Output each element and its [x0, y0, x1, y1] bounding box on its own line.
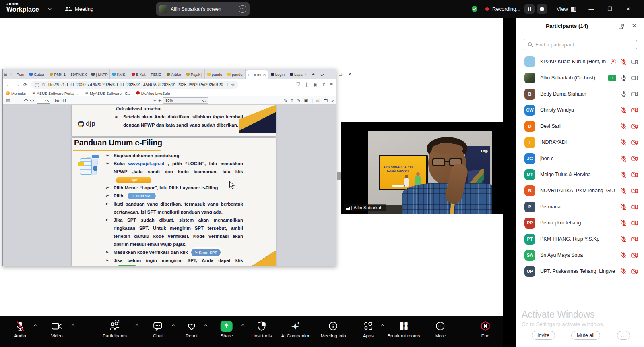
react-options-chevron[interactable]	[204, 324, 208, 328]
browser-tab[interactable]: | LKPP	[89, 69, 110, 79]
participant-row[interactable]: B Betty Duma Siahaan	[516, 86, 644, 102]
browser-tab[interactable]: KMS:	[110, 69, 129, 79]
bookmark-item[interactable]: ⊕MyASUS Software - G..	[85, 91, 130, 96]
mic-muted-icon[interactable]	[620, 268, 627, 275]
save-icon[interactable]: 🗔	[324, 98, 328, 103]
browser-tab[interactable]: Login	[268, 69, 287, 79]
pdf-viewport[interactable]: djp link aktivasi tersebut. ➢Setelah aku…	[3, 105, 336, 266]
forward-icon[interactable]: →	[15, 82, 20, 87]
pop-out-icon[interactable]	[618, 23, 625, 30]
mic-icon[interactable]	[620, 91, 627, 98]
camera-off-icon[interactable]	[631, 171, 638, 178]
camera-off-icon[interactable]	[631, 123, 638, 130]
mic-muted-icon[interactable]	[620, 187, 627, 194]
host-tools-button[interactable]: Host tools	[251, 320, 272, 338]
participant-row[interactable]: P Permana	[516, 199, 644, 215]
browser-tab[interactable]: Laya	[287, 69, 305, 79]
meeting-info-button[interactable]: Meeting info	[321, 320, 346, 338]
participant-row[interactable]: SA Sri Ayu Maya Sopa	[516, 247, 644, 263]
share-options-chevron[interactable]	[241, 324, 245, 328]
ai-companion-button[interactable]: AI Companion	[281, 320, 311, 338]
browser-restore-button[interactable]: ❐	[339, 72, 343, 77]
participant-row[interactable]: I INDRAYADI	[516, 134, 644, 150]
camera-off-icon[interactable]	[631, 155, 638, 162]
next-page-icon[interactable]	[30, 98, 34, 102]
mic-muted-icon[interactable]	[620, 58, 627, 65]
browser-tab[interactable]: Pajak |	[184, 69, 205, 79]
video-tile-alfin[interactable]: AKU SUDAH LAPORKAMU KAPAN? djp Alfin Sub…	[341, 122, 503, 214]
close-tab-icon[interactable]: ✕	[263, 73, 266, 77]
browser-close-button[interactable]: ✕	[348, 72, 351, 77]
zoom-in-icon[interactable]: +	[158, 98, 161, 103]
bookmark-item[interactable]: McAfee LiveSafe	[136, 91, 170, 96]
participant-row[interactable]: Alfin Subarkah (Co-host) ↑	[516, 70, 644, 86]
camera-off-icon[interactable]	[631, 252, 638, 259]
tab-groups-icon[interactable]: ⊟	[3, 72, 8, 77]
camera-off-icon[interactable]	[631, 187, 638, 194]
participant-row[interactable]: PT PKM THANG, Riup Y.S.Kp	[516, 231, 644, 247]
ellipsis-icon[interactable]: ⋯	[239, 5, 246, 13]
participant-search[interactable]	[524, 39, 637, 50]
participant-row[interactable]: D Devi Sari	[516, 118, 644, 134]
browser-tab[interactable]: pandu	[205, 69, 225, 79]
text-tool-icon[interactable]: T	[291, 98, 293, 103]
tab-meeting[interactable]: Meeting	[64, 0, 93, 18]
share-page-icon[interactable]: ⇪	[322, 82, 326, 87]
panel-resize-handle[interactable]	[337, 172, 341, 180]
site-info-icon[interactable]: ◯	[35, 83, 39, 87]
camera-off-icon[interactable]	[631, 204, 638, 210]
previous-page-icon[interactable]	[24, 98, 28, 102]
view-button[interactable]: View	[557, 6, 576, 12]
reload-icon[interactable]: ⟳	[23, 82, 27, 88]
camera-off-icon[interactable]	[631, 268, 638, 275]
tab-search-icon[interactable]	[320, 72, 324, 76]
participant-row[interactable]: N NOVRITALIKA_PKMTehang_GUM...	[516, 183, 644, 199]
breakout-rooms-button[interactable]: Breakout rooms	[387, 320, 420, 338]
participants-options-chevron[interactable]	[135, 324, 139, 328]
participant-row[interactable]: UP UPT. Puskesmas Tehang, Lingwei...	[516, 263, 644, 279]
scroll-tabs-left-icon[interactable]: ‹	[8, 72, 14, 77]
video-button[interactable]: Video	[51, 320, 62, 338]
browser-tab[interactable]: Poin	[14, 69, 27, 79]
tab-shared-screen[interactable]: Alfin Subarkah's screen ⋯	[156, 2, 250, 16]
scroll-tabs-right-icon[interactable]: ›	[305, 72, 307, 77]
end-button[interactable]: End	[480, 320, 491, 338]
participants-button[interactable]: 14 Participants	[103, 320, 127, 338]
mic-muted-icon[interactable]	[620, 139, 627, 146]
mic-muted-icon[interactable]	[620, 220, 627, 226]
back-icon[interactable]: ←	[6, 82, 11, 87]
mic-muted-icon[interactable]	[620, 123, 627, 130]
browser-tab[interactable]: Artike	[164, 69, 184, 79]
audio-button[interactable]: Audio	[14, 320, 26, 338]
zoom-level-select[interactable]: 90%	[163, 97, 208, 104]
mic-muted-icon[interactable]	[620, 155, 627, 162]
apps-button[interactable]: Apps	[363, 320, 374, 338]
participant-row[interactable]: JC jhon c	[516, 150, 644, 166]
bookmark-star-icon[interactable]: ☆	[231, 82, 235, 87]
participant-row[interactable]: PP Petna pkm tehang	[516, 215, 644, 231]
pause-recording-button[interactable]	[524, 4, 535, 14]
camera-off-icon[interactable]	[631, 107, 638, 114]
camera-icon[interactable]	[631, 91, 638, 98]
restore-button[interactable]: ❐	[601, 6, 619, 12]
search-input[interactable]	[535, 42, 633, 48]
chat-button[interactable]: Chat	[153, 320, 163, 338]
download-icon[interactable]: ⭳	[304, 82, 309, 87]
camera-off-icon[interactable]	[631, 139, 638, 146]
react-button[interactable]: React	[186, 320, 198, 338]
apps-options-chevron[interactable]	[381, 324, 385, 328]
browser-menu-icon[interactable]: ≡	[330, 82, 333, 87]
participant-row[interactable]: KP2KP Kuala Kurun (Host, me)	[516, 54, 644, 70]
minimize-button[interactable]: —	[582, 6, 601, 12]
participant-row[interactable]: MT Meigo Tulus & Hervina	[516, 166, 644, 183]
mic-muted-icon[interactable]	[620, 171, 627, 178]
camera-icon[interactable]	[631, 75, 638, 81]
browser-tab[interactable]: pandu	[225, 69, 245, 79]
panel-more-button[interactable]: ...	[617, 331, 630, 340]
browser-tab[interactable]: E-Kat	[129, 69, 149, 79]
browser-tab[interactable]: 59/PMK.0	[68, 69, 89, 79]
share-button[interactable]: Share	[221, 320, 233, 338]
more-tools-icon[interactable]: »	[331, 98, 334, 103]
participant-row[interactable]: CW Christy Windya	[516, 102, 644, 118]
bookmark-item[interactable]: Memulai	[6, 91, 26, 96]
